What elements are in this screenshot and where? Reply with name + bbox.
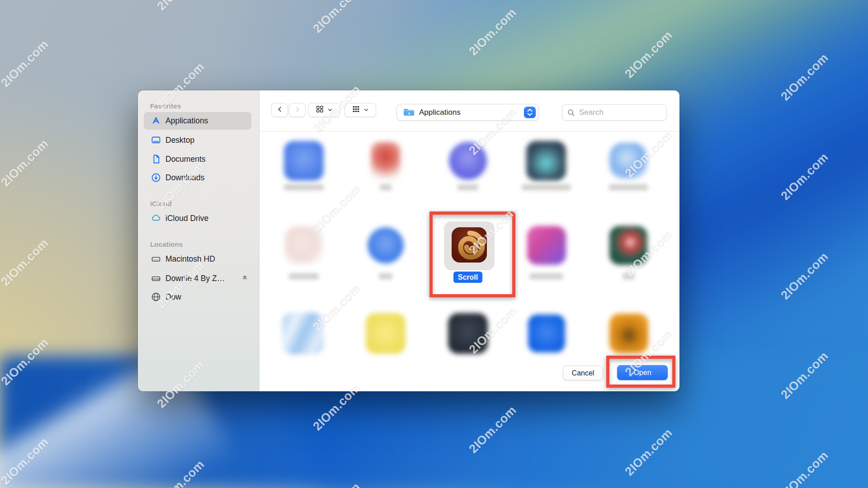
gallery-view-icon xyxy=(352,105,360,115)
blurred-app-icon[interactable] xyxy=(609,143,647,179)
annotation-box-scroll-app xyxy=(429,211,515,297)
search-icon xyxy=(567,108,576,117)
search-placeholder: Search xyxy=(579,108,604,117)
favorites-section-label: Favorites xyxy=(150,102,181,110)
sidebar-item-downloads[interactable]: Downloads xyxy=(138,171,259,184)
toolbar-separator xyxy=(259,131,679,131)
blurred-app-label xyxy=(379,273,392,279)
blurred-app-icon[interactable] xyxy=(528,314,565,352)
sidebar-item-network[interactable]: Dow xyxy=(138,290,259,304)
blurred-app-label xyxy=(529,273,563,279)
blurred-app-label xyxy=(380,184,392,190)
icon-view-button[interactable] xyxy=(308,103,340,117)
blurred-app-label xyxy=(458,184,478,190)
blurred-app-icon[interactable] xyxy=(371,142,401,180)
blurred-app-label xyxy=(623,273,634,279)
sidebar-item-label: Documents xyxy=(165,155,206,164)
current-folder-label: Applications xyxy=(419,108,461,117)
blurred-app-icon[interactable] xyxy=(449,142,487,180)
file-open-dialog: Favorites Applications Desktop Documents xyxy=(138,90,679,391)
sidebar-item-macintosh-hd[interactable]: Macintosh HD xyxy=(138,252,259,266)
sidebar-item-label: Applications xyxy=(165,116,208,126)
sidebar-item-label: Downloads xyxy=(165,173,205,183)
internal-drive-icon xyxy=(150,253,162,265)
chevron-down-icon xyxy=(327,106,333,114)
sidebar-item-label: Dow xyxy=(165,292,181,302)
blurred-app-label xyxy=(284,184,324,190)
sidebar-section-icloud: iCloud xyxy=(138,197,259,210)
sidebar-item-downie-volume[interactable]: Downie 4 By Z… xyxy=(138,272,259,285)
downloads-icon xyxy=(150,172,162,183)
cancel-button-label: Cancel xyxy=(572,369,594,377)
blurred-app-icon[interactable] xyxy=(284,141,324,181)
eject-icon[interactable] xyxy=(241,274,248,283)
svg-text:A: A xyxy=(408,111,411,116)
cancel-button[interactable]: Cancel xyxy=(563,366,603,380)
blurred-app-label xyxy=(609,184,648,190)
blurred-app-icon[interactable] xyxy=(368,227,404,263)
sidebar-item-label: Desktop xyxy=(165,136,194,145)
blurred-app-icon[interactable] xyxy=(527,226,566,265)
grid-view-icon xyxy=(316,105,324,115)
forward-button[interactable] xyxy=(289,103,306,117)
appstore-icon xyxy=(150,115,162,127)
blurred-app-icon[interactable] xyxy=(366,313,406,354)
blurred-app-icon[interactable] xyxy=(609,226,647,265)
globe-icon xyxy=(150,291,162,303)
search-field[interactable]: Search xyxy=(562,104,667,121)
sidebar-item-label: iCloud Drive xyxy=(165,214,208,223)
document-icon xyxy=(150,153,162,165)
sidebar-item-label: Macintosh HD xyxy=(165,254,215,264)
cloud-icon xyxy=(150,212,162,224)
blurred-app-icon[interactable] xyxy=(448,313,488,354)
folder-dropdown[interactable]: A Applications xyxy=(396,104,539,121)
sidebar-section-locations: Locations xyxy=(138,237,259,251)
sidebar-item-documents[interactable]: Documents xyxy=(138,152,259,166)
sidebar-item-label: Downie 4 By Z… xyxy=(165,274,225,283)
dropdown-stepper-icon[interactable] xyxy=(524,107,536,118)
blurred-app-label xyxy=(289,273,319,279)
external-drive-icon xyxy=(150,272,162,284)
blurred-app-icon[interactable] xyxy=(285,226,323,265)
blurred-app-icon[interactable] xyxy=(526,141,566,181)
back-button[interactable] xyxy=(271,103,288,117)
blurred-app-label xyxy=(522,184,571,190)
sidebar: Favorites Applications Desktop Documents xyxy=(138,90,259,391)
locations-section-label: Locations xyxy=(150,240,183,248)
desktop-icon xyxy=(150,134,162,146)
chevron-down-icon xyxy=(363,106,369,114)
blurred-app-icon[interactable] xyxy=(282,313,324,354)
sidebar-section-favorites: Favorites xyxy=(138,99,259,113)
sidebar-item-applications[interactable]: Applications xyxy=(138,114,259,127)
folder-icon: A xyxy=(403,108,415,117)
chevron-right-icon xyxy=(293,105,302,115)
icloud-section-label: iCloud xyxy=(150,200,172,207)
view-options-button[interactable] xyxy=(344,103,376,117)
annotation-box-open-button xyxy=(606,356,675,388)
blurred-app-icon[interactable] xyxy=(609,314,648,353)
sidebar-item-desktop[interactable]: Desktop xyxy=(138,133,259,147)
sidebar-item-icloud-drive[interactable]: iCloud Drive xyxy=(138,211,259,225)
chevron-left-icon xyxy=(276,105,284,115)
